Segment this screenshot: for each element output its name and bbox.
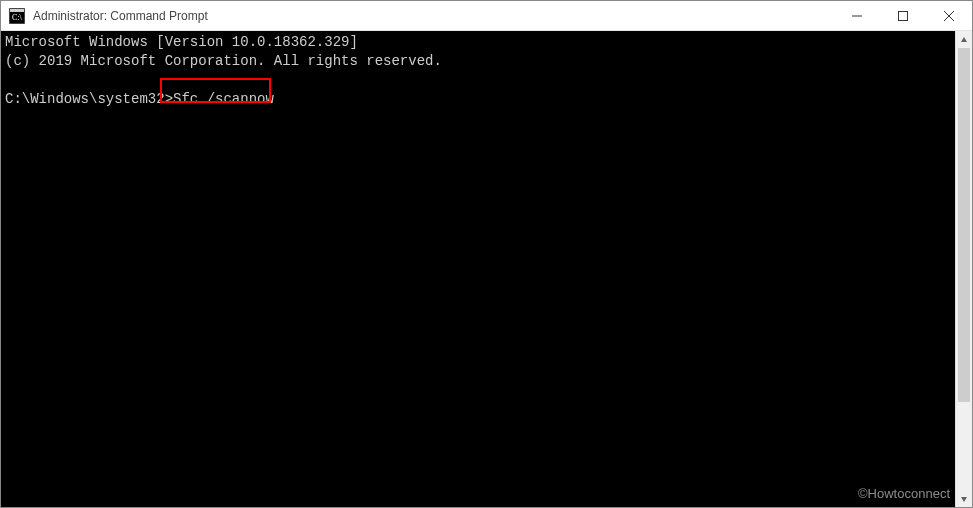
terminal-output[interactable]: Microsoft Windows [Version 10.0.18362.32…	[1, 31, 955, 507]
terminal-prompt: C:\Windows\system32>	[5, 91, 173, 107]
svg-rect-1	[10, 9, 24, 12]
window-title: Administrator: Command Prompt	[31, 9, 834, 23]
close-button[interactable]	[926, 1, 972, 30]
scrollbar-track[interactable]	[956, 48, 972, 490]
titlebar[interactable]: C:\ Administrator: Command Prompt	[1, 1, 972, 31]
scrollbar-thumb[interactable]	[958, 48, 970, 402]
terminal-line-version: Microsoft Windows [Version 10.0.18362.32…	[5, 34, 358, 50]
svg-rect-4	[899, 11, 908, 20]
svg-text:C:\: C:\	[12, 13, 23, 22]
content-area: Microsoft Windows [Version 10.0.18362.32…	[1, 31, 972, 507]
vertical-scrollbar[interactable]	[955, 31, 972, 507]
window-controls	[834, 1, 972, 30]
terminal-line-copyright: (c) 2019 Microsoft Corporation. All righ…	[5, 53, 442, 69]
svg-marker-8	[961, 497, 967, 502]
command-prompt-window: C:\ Administrator: Command Prompt Micros…	[0, 0, 973, 508]
scroll-up-arrow-icon[interactable]	[956, 31, 972, 48]
svg-marker-7	[961, 37, 967, 42]
cmd-icon: C:\	[9, 8, 25, 24]
minimize-button[interactable]	[834, 1, 880, 30]
scroll-down-arrow-icon[interactable]	[956, 490, 972, 507]
maximize-button[interactable]	[880, 1, 926, 30]
terminal-command[interactable]: Sfc /scannow	[173, 91, 274, 107]
